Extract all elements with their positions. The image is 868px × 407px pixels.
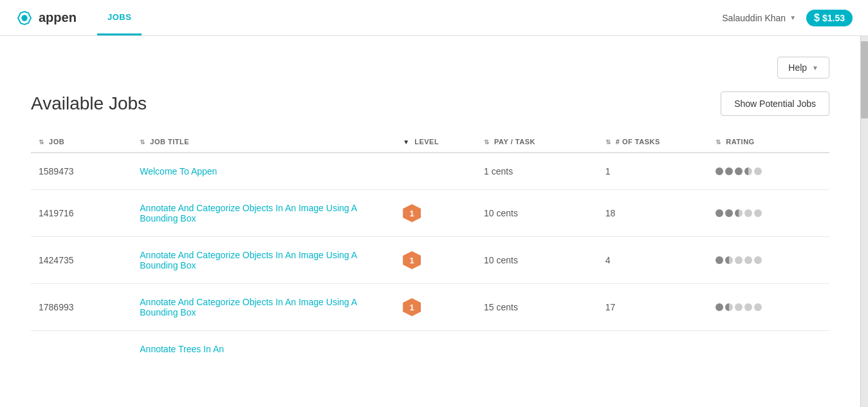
rating-dot-filled	[725, 167, 733, 175]
rating-dot-empty	[754, 303, 762, 311]
cell-job-id: 1419716	[31, 190, 132, 237]
cell-level	[395, 153, 476, 190]
rating-dot-filled	[735, 167, 743, 175]
rating-dot-half	[744, 167, 752, 175]
cell-rating	[708, 331, 829, 355]
logo: appen	[15, 9, 77, 27]
cell-level	[395, 331, 476, 355]
rating-dot-empty	[735, 256, 743, 264]
job-title-link[interactable]: Welcome To Appen	[140, 166, 217, 176]
job-title-link[interactable]: Annotate And Categorize Objects In An Im…	[140, 203, 356, 223]
appen-logo-icon	[15, 9, 33, 27]
col-header-rating[interactable]: ⇅ RATING	[708, 131, 829, 153]
user-chevron-icon: ▼	[790, 14, 796, 21]
rating-dot-half	[735, 209, 743, 217]
cell-tasks: 4	[598, 237, 708, 284]
table-row: 1786993Annotate And Categorize Objects I…	[31, 284, 829, 331]
cell-pay: 1 cents	[476, 153, 598, 190]
cell-job-title[interactable]: Annotate And Categorize Objects In An Im…	[132, 190, 395, 237]
table-row: 1419716Annotate And Categorize Objects I…	[31, 190, 829, 237]
cell-tasks: 1	[598, 153, 708, 190]
svg-marker-2	[21, 15, 28, 21]
cell-job-title[interactable]: Annotate Trees In An	[132, 331, 395, 355]
col-header-tasks[interactable]: ⇅ # OF TASKS	[598, 131, 708, 153]
job-title-link[interactable]: Annotate And Categorize Objects In An Im…	[140, 297, 356, 317]
cell-job-id: 1589473	[31, 153, 132, 190]
rating-dots	[716, 303, 822, 311]
rating-dot-empty	[744, 303, 752, 311]
balance-amount: $1.53	[822, 13, 845, 23]
page-title: Available Jobs	[31, 93, 147, 114]
balance-badge: $ $1.53	[806, 10, 853, 26]
rating-dot-empty	[754, 167, 762, 175]
jobs-table: ⇅ JOB ⇅ JOB TITLE ▼ LEVEL ⇅ PAY / TASK	[31, 131, 829, 354]
col-label-level: LEVEL	[414, 138, 439, 146]
sort-icon-job: ⇅	[39, 138, 44, 146]
col-header-job[interactable]: ⇅ JOB	[31, 131, 132, 153]
cell-rating	[708, 153, 829, 190]
col-label-tasks: # OF TASKS	[616, 138, 660, 146]
header-right: Salauddin Khan ▼ $ $1.53	[722, 10, 853, 26]
col-label-job: JOB	[49, 138, 64, 146]
cell-rating	[708, 237, 829, 284]
help-chevron-icon: ▼	[812, 64, 818, 71]
cell-rating	[708, 190, 829, 237]
cell-level: 1	[395, 284, 476, 331]
show-potential-jobs-button[interactable]: Show Potential Jobs	[721, 91, 829, 116]
cell-pay: 10 cents	[476, 237, 598, 284]
level-badge: 1	[403, 298, 421, 316]
job-title-link[interactable]: Annotate Trees In An	[140, 344, 224, 354]
help-label: Help	[788, 62, 807, 73]
cell-level: 1	[395, 237, 476, 284]
cell-job-id: 1424735	[31, 237, 132, 284]
rating-dot-filled	[716, 256, 723, 264]
content-area: Help ▼ Available Jobs Show Potential Job…	[0, 36, 860, 407]
col-header-pay[interactable]: ⇅ PAY / TASK	[476, 131, 598, 153]
cell-pay: 10 cents	[476, 190, 598, 237]
scrollbar-thumb[interactable]	[861, 41, 868, 118]
table-row: Annotate Trees In An	[31, 331, 829, 355]
level-badge: 1	[403, 204, 421, 222]
col-header-title[interactable]: ⇅ JOB TITLE	[132, 131, 395, 153]
cell-tasks: 17	[598, 284, 708, 331]
cell-job-id: 1786993	[31, 284, 132, 331]
page-heading: Available Jobs Show Potential Jobs	[31, 91, 829, 116]
rating-dot-empty	[744, 209, 752, 217]
tab-jobs[interactable]: JOBS	[97, 0, 142, 35]
cell-job-title[interactable]: Welcome To Appen	[132, 153, 395, 190]
col-label-rating: RATING	[726, 138, 754, 146]
cell-job-title[interactable]: Annotate And Categorize Objects In An Im…	[132, 284, 395, 331]
cell-rating	[708, 284, 829, 331]
sort-icon-level: ▼	[403, 138, 409, 146]
job-title-link[interactable]: Annotate And Categorize Objects In An Im…	[140, 250, 356, 270]
main-wrapper: Help ▼ Available Jobs Show Potential Job…	[0, 36, 868, 407]
nav-tabs: JOBS	[97, 0, 142, 35]
sort-icon-pay: ⇅	[484, 138, 490, 146]
table-row: 1424735Annotate And Categorize Objects I…	[31, 237, 829, 284]
cell-tasks	[598, 331, 708, 355]
rating-dot-filled	[716, 209, 723, 217]
rating-dots	[716, 209, 822, 217]
user-menu[interactable]: Salauddin Khan ▼	[722, 13, 796, 23]
sort-icon-rating: ⇅	[716, 138, 721, 146]
cell-pay: 15 cents	[476, 284, 598, 331]
col-header-level[interactable]: ▼ LEVEL	[395, 131, 476, 153]
user-name: Salauddin Khan	[722, 13, 786, 23]
rating-dot-filled	[725, 209, 733, 217]
col-label-title: JOB TITLE	[150, 138, 189, 146]
table-row: 1589473Welcome To Appen1 cents1	[31, 153, 829, 190]
cell-job-title[interactable]: Annotate And Categorize Objects In An Im…	[132, 237, 395, 284]
rating-dot-empty	[744, 256, 752, 264]
scrollbar-track[interactable]	[860, 36, 868, 407]
level-badge: 1	[403, 251, 421, 269]
rating-dots	[716, 256, 822, 264]
table-header-row: ⇅ JOB ⇅ JOB TITLE ▼ LEVEL ⇅ PAY / TASK	[31, 131, 829, 153]
rating-dot-filled	[716, 303, 723, 311]
help-button[interactable]: Help ▼	[777, 57, 829, 79]
rating-dot-half	[725, 256, 733, 264]
header: appen JOBS Salauddin Khan ▼ $ $1.53	[0, 0, 868, 36]
rating-dot-empty	[735, 303, 743, 311]
cell-job-id	[31, 331, 132, 355]
rating-dot-empty	[754, 209, 762, 217]
rating-dots	[716, 167, 822, 175]
